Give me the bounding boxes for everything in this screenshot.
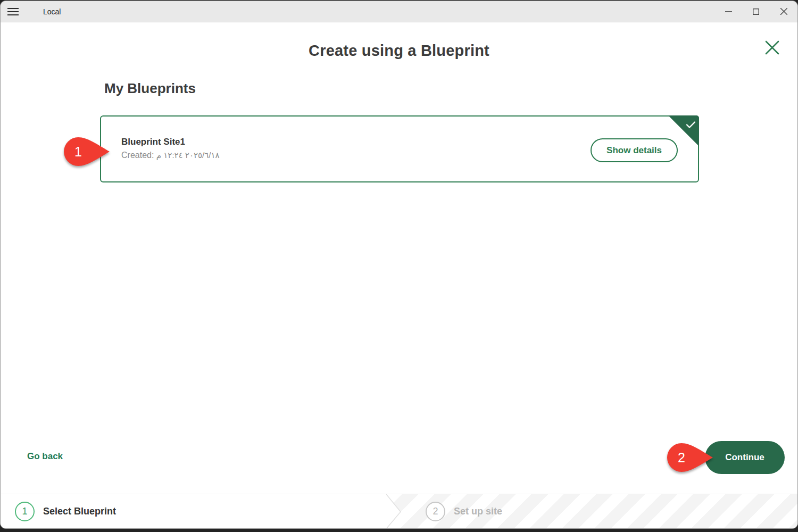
minimize-button[interactable] [714,1,742,22]
maximize-button[interactable] [742,1,770,22]
close-button[interactable] [770,1,797,22]
annotation-1-number: 1 [64,137,93,167]
step-select-blueprint: 1 Select Blueprint [15,494,116,528]
window-titlebar: Local [1,1,797,22]
app-window: Local Create using a Blueprint My Bluepr… [1,1,797,528]
hamburger-menu-button[interactable] [1,1,25,22]
go-back-link[interactable]: Go back [27,451,63,462]
dialog-close-button[interactable] [763,40,780,57]
step-1-label: Select Blueprint [43,506,116,517]
close-icon [780,8,787,15]
annotation-2-number: 2 [667,443,696,472]
created-label: Created: [121,151,154,160]
maximize-icon [753,9,759,15]
step-set-up-site: 2 Set up site [426,494,502,528]
window-controls [714,1,797,22]
created-value: م ١٢:٢٤ ٢٠٢٥/٦/١٨ [156,151,220,160]
minimize-icon [725,8,732,15]
blueprint-name: Blueprint Site1 [121,137,185,147]
check-icon [686,121,695,128]
hamburger-icon [7,8,19,9]
stepper: 1 Select Blueprint 2 Set up site [1,494,797,528]
blueprint-created: Created: م ١٢:٢٤ ٢٠٢٥/٦/١٨ [121,151,220,160]
continue-button[interactable]: Continue [705,441,785,474]
blueprint-card[interactable]: Blueprint Site1 Created: م ١٢:٢٤ ٢٠٢٥/٦/… [100,115,699,182]
window-title: Local [43,7,61,16]
show-details-button[interactable]: Show details [591,138,678,162]
dialog-title: Create using a Blueprint [1,42,797,60]
step-separator-chevron-icon [386,494,403,528]
step-2-label: Set up site [454,506,502,517]
step-2-number-circle: 2 [426,502,445,521]
dialog-content: Create using a Blueprint My Blueprints B… [1,23,797,528]
dialog-close-icon [765,40,779,55]
section-title: My Blueprints [104,80,196,97]
step-1-number-circle: 1 [15,502,35,521]
